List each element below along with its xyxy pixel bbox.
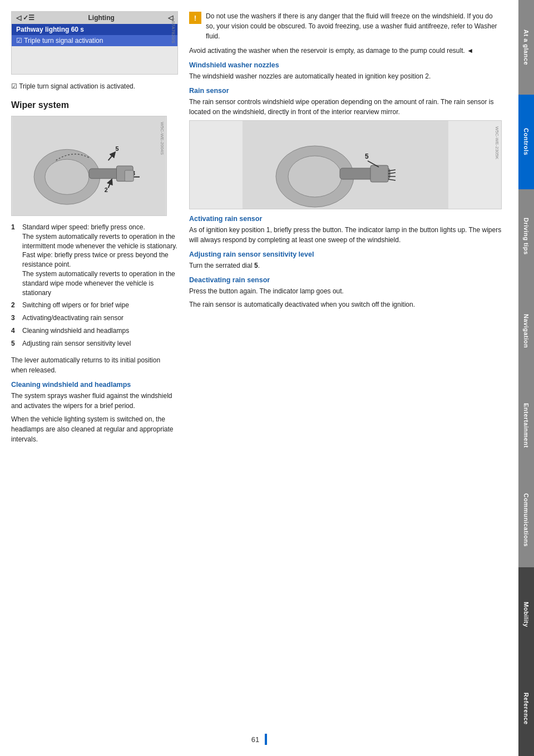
list-item-4: 4 Cleaning windshield and headlamps	[11, 326, 178, 336]
windshield-nozzles-heading: Windshield washer nozzles	[189, 61, 502, 69]
warning-icon: !	[189, 12, 201, 24]
svg-point-2	[45, 159, 89, 194]
tab-controls[interactable]: Controls	[518, 95, 534, 189]
rain-sensor-text: The rain sensor controls windshield wipe…	[189, 97, 502, 117]
cleaning-note: Avoid activating the washer when the res…	[189, 46, 502, 56]
windshield-nozzles-text: The windshield washer nozzles are automa…	[189, 71, 502, 81]
wiper-numbered-list: 1 Standard wiper speed: briefly press on…	[11, 223, 178, 348]
list-item-5: 5 Adjusting rain sensor sensitivity leve…	[11, 339, 178, 348]
tab-reference[interactable]: Reference	[518, 661, 534, 756]
svg-text:5: 5	[365, 153, 369, 160]
warning-text: Do not use the washers if there is any d…	[206, 11, 502, 41]
left-column: ◁ ✓☰ Lighting ◁ Pathway lighting 60 s ☑ …	[11, 11, 178, 448]
main-content: ◁ ✓☰ Lighting ◁ Pathway lighting 60 s ☑ …	[0, 0, 518, 459]
ui-row-triple: ☑ Triple turn signal activation	[12, 35, 177, 46]
activating-rain-heading: Activating rain sensor	[189, 215, 502, 223]
side-tab-bar: At a glance Controls Driving tips Naviga…	[518, 0, 534, 756]
tab-entertainment[interactable]: Entertainment	[518, 378, 534, 473]
rain-diagram-svg: 5	[190, 121, 501, 209]
svg-text:5: 5	[115, 145, 118, 152]
page-number: 61	[251, 735, 259, 744]
diagram-label: W5C-WE-2004S	[160, 122, 165, 155]
svg-rect-16	[370, 165, 388, 182]
right-column: ! Do not use the washers if there is any…	[189, 11, 502, 448]
list-item-1: 1 Standard wiper speed: briefly press on…	[11, 223, 178, 297]
list-item-3: 3 Activating/deactivating rain sensor	[11, 313, 178, 323]
image-label-left: LB7A7820/S	[171, 18, 176, 43]
rain-sensor-diagram: 5 W5C-WE-2305K	[189, 120, 502, 209]
svg-point-14	[288, 156, 342, 197]
ui-body	[12, 46, 177, 74]
adjusting-rain-heading: Adjusting rain sensor sensitivity level	[189, 251, 502, 258]
ui-screenshot-box: ◁ ✓☰ Lighting ◁ Pathway lighting 60 s ☑ …	[11, 11, 178, 75]
tab-navigation[interactable]: Navigation	[518, 283, 534, 378]
tab-at-a-glance[interactable]: At a glance	[518, 0, 534, 95]
svg-text:2: 2	[105, 186, 108, 193]
warning-block: ! Do not use the washers if there is any…	[189, 11, 502, 41]
ui-title-bar: ◁ ✓☰ Lighting ◁	[12, 12, 177, 24]
tab-communications[interactable]: Communications	[518, 473, 534, 567]
cleaning-text2: When the vehicle lighting system is swit…	[11, 414, 178, 444]
page-number-area: 61	[0, 734, 518, 745]
ui-row-pathway: Pathway lighting 60 s	[12, 24, 177, 35]
wiper-diagram: 5 3 2	[11, 116, 167, 216]
svg-rect-9	[125, 170, 134, 181]
lever-note: The lever automatically returns to its i…	[11, 355, 178, 375]
list-item-2: 2 Switching off wipers or for brief wipe	[11, 301, 178, 310]
tab-mobility[interactable]: Mobility	[518, 567, 534, 662]
wiper-diagram-svg: 5 3 2	[12, 116, 166, 215]
wiper-section-title: Wiper system	[11, 100, 178, 110]
rain-diagram-label: W5C-WE-2305K	[495, 126, 500, 159]
ui-title-text: Lighting	[88, 14, 115, 22]
cleaning-heading: Cleaning windshield and headlamps	[11, 381, 178, 389]
cleaning-text1: The system sprays washer fluid against t…	[11, 391, 178, 411]
tab-driving-tips[interactable]: Driving tips	[518, 189, 534, 284]
rain-sensor-heading: Rain sensor	[189, 87, 502, 95]
page-indicator	[265, 734, 267, 745]
ui-title-icons: ◁ ✓☰	[16, 14, 34, 22]
deactivating-rain-text1: Press the button again. The indicator la…	[189, 286, 502, 296]
deactivating-rain-heading: Deactivating rain sensor	[189, 276, 502, 284]
adjusting-rain-text: Turn the serrated dial 5.	[189, 261, 502, 271]
deactivating-rain-text2: The rain sensor is automatically deactiv…	[189, 300, 502, 310]
activating-rain-text: As of ignition key position 1, briefly p…	[189, 225, 502, 245]
ui-caption: ☑ Triple turn signal activation is activ…	[11, 81, 178, 91]
